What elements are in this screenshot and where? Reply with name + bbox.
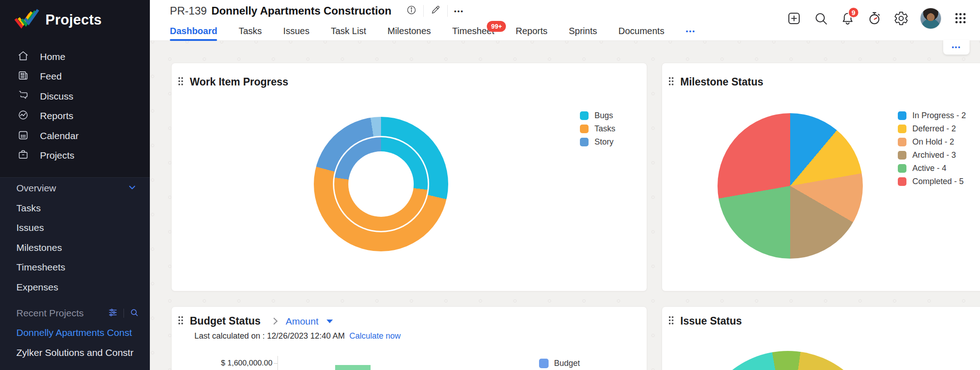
legend-item-on-hold[interactable]: On Hold - 2 — [898, 135, 966, 149]
sidebar-item-label: Projects — [40, 150, 74, 161]
card-milestone-status: Milestone Status In Progress - 2 Deferre… — [662, 63, 980, 291]
recent-project-donnelly[interactable]: Donnelly Apartments Const — [0, 323, 150, 342]
drag-handle-icon[interactable] — [668, 316, 674, 327]
add-button[interactable] — [786, 10, 802, 26]
edit-icon[interactable] — [430, 5, 441, 17]
page-title: Donnelly Apartments Construction — [211, 5, 391, 17]
divider — [447, 5, 448, 17]
axis-tick — [274, 363, 277, 364]
notification-count-badge: 9 — [848, 7, 859, 18]
caret-down-icon — [327, 320, 333, 323]
budget-actual-bar[interactable] — [335, 365, 371, 370]
apps-grid-icon[interactable] — [953, 10, 968, 26]
y-axis-line — [277, 356, 278, 370]
legend-item-deferred[interactable]: Deferred - 2 — [898, 122, 966, 135]
user-avatar[interactable] — [920, 8, 941, 29]
gear-icon[interactable] — [893, 10, 909, 26]
issue-status-pie-chart[interactable] — [697, 351, 879, 370]
budget-legend[interactable]: Budget — [539, 359, 580, 368]
notifications-bell-button[interactable]: 9 — [840, 10, 855, 26]
sidebar-item-home[interactable]: Home — [0, 47, 150, 67]
donut-hole — [348, 151, 414, 217]
recent-project-zylker[interactable]: Zylker Solutions and Constr — [0, 343, 150, 362]
legend-item-bugs[interactable]: Bugs — [580, 109, 615, 122]
projects-logo-icon — [14, 7, 40, 33]
project-title-row: PR-139 Donnelly Apartments Construction … — [170, 4, 464, 18]
chevron-down-icon — [127, 182, 137, 194]
calculate-now-link[interactable]: Calculate now — [349, 331, 401, 341]
overview-label: Overview — [16, 183, 56, 194]
legend-chip — [898, 164, 906, 173]
tabs-overflow-button[interactable]: ••• — [686, 21, 696, 41]
card-work-item-progress: Work Item Progress Bugs Tasks Story — [171, 63, 647, 291]
calendar-icon — [17, 129, 29, 143]
legend-item-in-progress[interactable]: In Progress - 2 — [898, 109, 966, 122]
header: PR-139 Donnelly Apartments Construction … — [150, 0, 980, 41]
divider — [423, 5, 424, 17]
legend-chip — [539, 359, 549, 368]
legend-chip — [898, 138, 906, 146]
sidebar-item-expenses[interactable]: Expenses — [0, 277, 150, 297]
milestone-pie-chart[interactable] — [718, 113, 863, 259]
legend-item-completed[interactable]: Completed - 5 — [898, 175, 966, 188]
app-name: Projects — [45, 12, 102, 28]
legend-item-tasks[interactable]: Tasks — [580, 122, 615, 135]
timer-button[interactable] — [866, 10, 882, 26]
dashboard-more-button[interactable]: ••• — [943, 40, 970, 55]
tab-dashboard[interactable]: Dashboard — [170, 21, 217, 41]
tab-milestones[interactable]: Milestones — [387, 21, 431, 41]
legend-item-story[interactable]: Story — [580, 135, 615, 149]
sidebar-project-menu: Tasks Issues Milestones Timesheets Expen… — [0, 198, 150, 297]
work-item-legend: Bugs Tasks Story — [580, 109, 615, 149]
search-icon[interactable] — [129, 308, 139, 319]
sidebar-item-projects[interactable]: Projects — [0, 146, 150, 166]
timesheet-badge: 99+ — [487, 21, 506, 32]
tab-issues[interactable]: Issues — [283, 21, 310, 41]
legend-chip — [898, 177, 906, 186]
sidebar-item-label: Home — [40, 51, 65, 62]
tab-reports[interactable]: Reports — [515, 21, 547, 41]
budget-metric-dropdown[interactable]: Amount — [286, 316, 318, 327]
discuss-icon — [17, 90, 29, 103]
tab-bar: Dashboard Tasks Issues Task List Milesto… — [170, 21, 696, 41]
project-more-menu[interactable]: ••• — [454, 7, 464, 15]
sidebar-item-discuss[interactable]: Discuss — [0, 86, 150, 106]
card-issue-status: Issue Status — [662, 306, 980, 370]
project-id: PR-139 — [170, 5, 207, 17]
sidebar: Projects Home Feed Discuss Reports Calen… — [0, 0, 150, 370]
tab-tasks[interactable]: Tasks — [238, 21, 262, 41]
filter-icon[interactable] — [108, 307, 118, 320]
drag-handle-icon[interactable] — [178, 77, 183, 88]
sidebar-item-timesheets[interactable]: Timesheets — [0, 258, 150, 278]
legend-item-archived[interactable]: Archived - 3 — [898, 149, 966, 162]
sidebar-overview-toggle[interactable]: Overview — [0, 178, 150, 198]
drag-handle-icon[interactable] — [668, 77, 674, 88]
info-icon[interactable] — [406, 5, 417, 17]
reports-icon — [17, 109, 29, 123]
legend-chip — [580, 138, 589, 146]
tab-timesheet[interactable]: Timesheet99+ — [452, 21, 495, 41]
sidebar-item-feed[interactable]: Feed — [0, 67, 150, 87]
sidebar-item-label: Discuss — [40, 91, 74, 102]
milestone-legend: In Progress - 2 Deferred - 2 On Hold - 2… — [898, 109, 966, 188]
sidebar-item-milestones[interactable]: Milestones — [0, 238, 150, 258]
sidebar-item-calendar[interactable]: Calendar — [0, 126, 150, 146]
search-button[interactable] — [813, 10, 828, 26]
legend-chip — [898, 111, 906, 120]
legend-item-active[interactable]: Active - 4 — [898, 162, 966, 175]
sidebar-item-label: Feed — [40, 71, 62, 82]
sidebar-item-issues[interactable]: Issues — [0, 218, 150, 238]
tab-documents[interactable]: Documents — [619, 21, 664, 41]
drag-handle-icon[interactable] — [178, 316, 183, 327]
legend-chip — [580, 111, 589, 120]
sidebar-item-label: Calendar — [40, 130, 79, 141]
app-logo[interactable]: Projects — [14, 7, 102, 33]
card-title: Work Item Progress — [190, 76, 288, 88]
tab-task-list[interactable]: Task List — [331, 21, 366, 41]
sidebar-item-tasks[interactable]: Tasks — [0, 198, 150, 218]
recent-projects-label: Recent Projects — [16, 308, 108, 319]
sidebar-item-reports[interactable]: Reports — [0, 106, 150, 126]
topbar-icons: 9 — [786, 6, 968, 30]
home-icon — [17, 50, 29, 64]
tab-sprints[interactable]: Sprints — [569, 21, 597, 41]
